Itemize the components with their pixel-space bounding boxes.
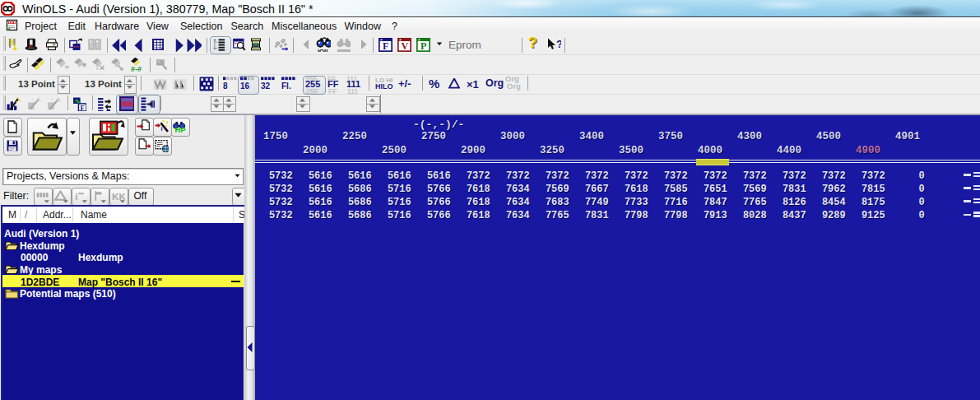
- svg-text:IOII..: IOII..: [318, 48, 331, 52]
- svg-text:×: ×: [100, 62, 105, 72]
- svg-text:?: ?: [556, 38, 561, 50]
- svg-text:V: V: [401, 40, 408, 52]
- svg-text:F: F: [383, 40, 388, 52]
- svg-text:F: F: [81, 104, 85, 111]
- svg-text:i: i: [160, 125, 162, 133]
- svg-text:#-#: #-#: [131, 65, 142, 72]
- svg-text:=: =: [65, 63, 69, 72]
- svg-text:HP: HP: [174, 125, 186, 133]
- svg-text:*: *: [82, 60, 87, 72]
- svg-text:KK: KK: [112, 191, 125, 202]
- svg-text:i: i: [75, 191, 77, 202]
- svg-text:P: P: [420, 40, 427, 52]
